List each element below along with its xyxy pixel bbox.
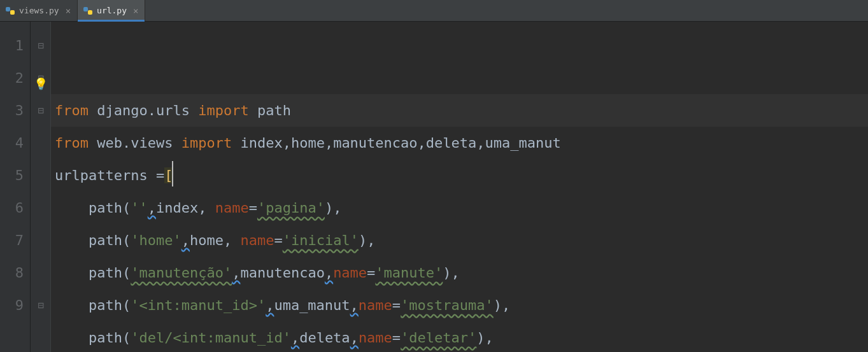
line-number: 7 xyxy=(0,224,24,257)
close-icon[interactable]: × xyxy=(133,6,138,16)
code-editor[interactable]: 1 2 3 4 5 6 7 8 9 ⊟ ⊟ 💡 ⊟ ⊟ from django.… xyxy=(0,22,868,352)
svg-rect-0 xyxy=(6,7,10,11)
close-icon[interactable]: × xyxy=(66,6,71,16)
line-number: 2 xyxy=(0,62,24,94)
svg-rect-2 xyxy=(83,7,88,11)
tab-views-py[interactable]: views.py × xyxy=(0,0,78,21)
fold-icon[interactable]: ⊟ xyxy=(33,29,48,62)
python-file-icon xyxy=(5,6,15,16)
line-number: 6 xyxy=(0,192,24,224)
line-number-gutter: 1 2 3 4 5 6 7 8 9 xyxy=(0,22,31,352)
line-number: 9 xyxy=(0,289,24,321)
fold-icon[interactable]: ⊟ xyxy=(33,289,48,321)
tab-bar: views.py × url.py × xyxy=(0,0,868,22)
line-number: 4 xyxy=(0,127,24,159)
code-area[interactable]: from django.urls import path from web.vi… xyxy=(51,22,868,352)
svg-rect-1 xyxy=(10,10,15,15)
line-number: 1 xyxy=(0,29,24,62)
fold-gutter: ⊟ ⊟ 💡 ⊟ ⊟ xyxy=(31,22,51,352)
line-number: 5 xyxy=(0,159,24,192)
line-number: 3 xyxy=(0,94,24,127)
caret xyxy=(172,161,173,187)
svg-rect-3 xyxy=(88,10,92,15)
tab-url-py[interactable]: url.py × xyxy=(78,0,145,21)
tab-label: url.py xyxy=(97,6,127,15)
code-content: from django.urls import path from web.vi… xyxy=(55,94,868,352)
tab-label: views.py xyxy=(19,6,59,15)
line-number: 8 xyxy=(0,257,24,289)
fold-icon[interactable]: ⊟ xyxy=(33,94,48,127)
python-file-icon xyxy=(83,6,93,16)
